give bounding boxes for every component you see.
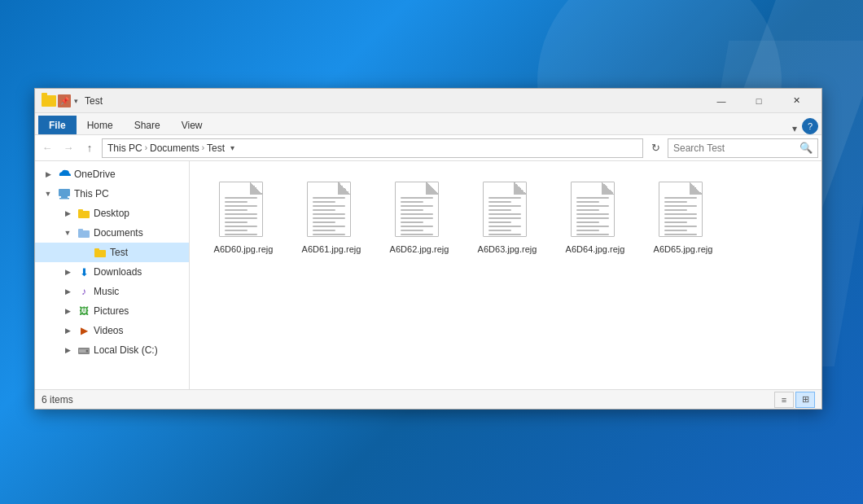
tab-file[interactable]: File: [38, 116, 77, 134]
forward-button[interactable]: →: [59, 139, 77, 157]
expand-icon-thispc: ▼: [42, 187, 55, 200]
documents-icon: [77, 226, 90, 239]
address-dropdown-button[interactable]: ▾: [225, 138, 239, 158]
sidebar-item-videos[interactable]: ▶ ▶ Videos: [35, 321, 189, 340]
sidebar-item-thispc[interactable]: ▼ This PC: [35, 184, 189, 204]
refresh-button[interactable]: ↻: [646, 139, 664, 157]
sidebar-label-documents: Documents: [94, 227, 189, 239]
thispc-icon: [58, 187, 71, 200]
file-item[interactable]: A6D64.jpg.rejg: [554, 174, 636, 262]
content-area: A6D60.jpg.rejg A6D61.jpg.rejg: [190, 161, 821, 389]
window-title: Test: [85, 95, 703, 107]
svg-point-11: [86, 350, 89, 353]
sidebar-label-onedrive: OneDrive: [74, 169, 189, 180]
back-button[interactable]: ←: [38, 139, 56, 157]
sidebar-label-music: Music: [94, 286, 189, 297]
sidebar-label-thispc: This PC: [74, 188, 189, 199]
sidebar: ▶ OneDrive ▼ This PC: [35, 161, 190, 389]
address-bar: ← → ↑ This PC › Documents › Test ▾ ↻ 🔍: [35, 135, 821, 161]
main-area: ▶ OneDrive ▼ This PC: [35, 161, 821, 389]
file-icon-0: [219, 182, 268, 240]
status-bar: 6 items ≡ ⊞: [35, 389, 821, 409]
file-name-3: A6D63.jpg.rejg: [478, 243, 537, 255]
downloads-icon: ⬇: [77, 265, 90, 278]
expand-icon-onedrive: ▶: [42, 168, 55, 181]
file-name-5: A6D65.jpg.rejg: [654, 243, 713, 255]
sidebar-label-videos: Videos: [94, 325, 189, 336]
minimize-button[interactable]: —: [703, 89, 740, 113]
sidebar-label-pictures: Pictures: [94, 305, 189, 317]
tab-view[interactable]: View: [171, 116, 213, 134]
sidebar-label-desktop: Desktop: [94, 208, 189, 219]
maximize-button[interactable]: □: [740, 89, 778, 113]
file-name-1: A6D61.jpg.rejg: [302, 243, 361, 255]
file-item[interactable]: A6D62.jpg.rejg: [379, 174, 460, 262]
expand-icon-music: ▶: [61, 285, 74, 298]
file-item[interactable]: A6D65.jpg.rejg: [642, 174, 724, 262]
sidebar-item-test[interactable]: ▶ Test: [35, 243, 189, 262]
videos-icon: ▶: [77, 324, 90, 337]
expand-icon-downloads: ▶: [61, 265, 74, 278]
path-arrow-1: ›: [145, 143, 147, 152]
svg-rect-6: [78, 229, 83, 232]
up-button[interactable]: ↑: [81, 139, 99, 157]
test-folder-icon: [94, 246, 107, 259]
file-icon-5: [659, 182, 707, 240]
desktop-icon: [77, 207, 90, 220]
svg-rect-0: [59, 189, 70, 196]
search-icon[interactable]: 🔍: [799, 142, 813, 154]
tab-share[interactable]: Share: [124, 116, 171, 134]
pin-icon: 📌: [58, 94, 71, 107]
file-item[interactable]: A6D63.jpg.rejg: [467, 174, 548, 262]
expand-icon-pictures: ▶: [61, 305, 74, 318]
folder-icon: [42, 95, 56, 107]
svg-rect-1: [61, 196, 68, 198]
file-name-0: A6D60.jpg.rejg: [214, 243, 274, 255]
sidebar-item-onedrive[interactable]: ▶ OneDrive: [35, 164, 189, 184]
close-button[interactable]: ✕: [778, 89, 815, 113]
expand-icon-documents: ▼: [61, 226, 74, 239]
explorer-window: 📌 ▾ Test — □ ✕ File Home Share View ▾ ? …: [34, 88, 822, 410]
search-input[interactable]: [673, 142, 799, 154]
path-segment-thispc: This PC: [107, 142, 142, 154]
path-segment-test: Test: [207, 142, 225, 154]
title-bar: 📌 ▾ Test — □ ✕: [35, 89, 821, 113]
sidebar-item-documents[interactable]: ▼ Documents: [35, 223, 189, 243]
file-item[interactable]: A6D61.jpg.rejg: [291, 174, 372, 262]
file-icon-3: [483, 182, 532, 240]
address-path[interactable]: This PC › Documents › Test ▾: [102, 138, 643, 158]
path-segment-documents: Documents: [150, 142, 199, 154]
file-icon-2: [395, 182, 444, 240]
expand-icon-videos: ▶: [61, 324, 74, 337]
quick-access-arrow: ▾: [74, 97, 78, 105]
disk-icon: [77, 344, 90, 357]
ribbon-expand-button[interactable]: ▾: [787, 123, 802, 134]
file-icon-4: [571, 182, 620, 240]
sidebar-item-local-disk[interactable]: ▶ Local Disk (C:): [35, 340, 189, 360]
path-arrow-2: ›: [202, 143, 204, 152]
sidebar-item-desktop[interactable]: ▶ Desktop: [35, 204, 189, 223]
view-list-button[interactable]: ≡: [774, 392, 794, 408]
tab-home[interactable]: Home: [77, 116, 124, 134]
file-item[interactable]: A6D60.jpg.rejg: [203, 174, 284, 262]
sidebar-label-downloads: Downloads: [94, 266, 189, 278]
file-icon-1: [307, 182, 356, 240]
help-button[interactable]: ?: [802, 118, 818, 134]
ribbon: File Home Share View ▾ ?: [35, 113, 821, 135]
file-name-4: A6D64.jpg.rejg: [566, 243, 625, 255]
title-bar-icons: 📌 ▾: [42, 94, 80, 107]
sidebar-item-music[interactable]: ▶ ♪ Music: [35, 282, 189, 301]
sidebar-item-downloads[interactable]: ▶ ⬇ Downloads: [35, 262, 189, 282]
ribbon-tabs: File Home Share View ▾ ?: [35, 113, 821, 134]
sidebar-label-test: Test: [110, 247, 189, 258]
expand-icon-localdisk: ▶: [61, 344, 74, 357]
svg-rect-2: [59, 198, 69, 199]
onedrive-icon: [58, 168, 71, 181]
expand-icon-desktop: ▶: [61, 207, 74, 220]
svg-rect-4: [78, 209, 83, 213]
item-count: 6 items: [42, 394, 774, 405]
view-buttons: ≡ ⊞: [774, 392, 815, 408]
search-box: 🔍: [668, 138, 818, 158]
sidebar-item-pictures[interactable]: ▶ 🖼 Pictures: [35, 301, 189, 321]
view-grid-button[interactable]: ⊞: [795, 392, 815, 408]
